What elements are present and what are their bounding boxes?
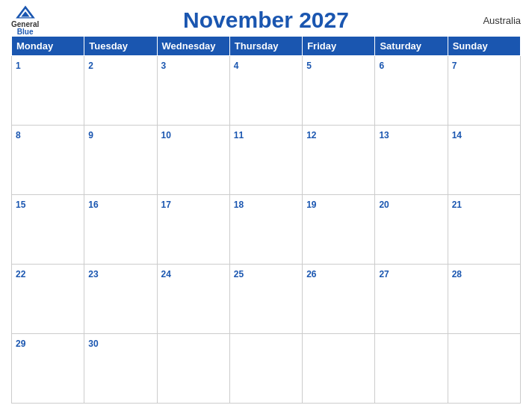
calendar-cell-w4-d1: 22 bbox=[12, 265, 84, 334]
calendar-cell-w3-d1: 15 bbox=[12, 195, 84, 265]
day-number-7: 7 bbox=[452, 61, 457, 71]
calendar-cell-w1-d3: 3 bbox=[157, 56, 229, 126]
day-number-6: 6 bbox=[379, 61, 384, 71]
day-number-27: 27 bbox=[379, 269, 389, 279]
calendar-week-5: 2930 bbox=[12, 334, 521, 404]
calendar-cell-w1-d4: 4 bbox=[229, 56, 302, 126]
day-number-11: 11 bbox=[234, 130, 244, 140]
logo-blue: Blue bbox=[17, 28, 34, 36]
calendar-cell-w2-d7: 14 bbox=[448, 126, 520, 195]
header-wednesday: Wednesday bbox=[157, 37, 229, 56]
day-number-23: 23 bbox=[88, 269, 98, 279]
calendar-cell-w4-d2: 23 bbox=[84, 265, 157, 334]
calendar-cell-w5-d5 bbox=[303, 334, 375, 404]
day-number-10: 10 bbox=[161, 130, 171, 140]
header-monday: Monday bbox=[12, 37, 84, 56]
day-number-24: 24 bbox=[161, 269, 171, 279]
day-number-16: 16 bbox=[88, 200, 98, 210]
calendar-cell-w2-d5: 12 bbox=[303, 126, 375, 195]
calendar-week-2: 891011121314 bbox=[12, 126, 521, 195]
general-blue-icon bbox=[14, 4, 37, 19]
day-number-25: 25 bbox=[234, 269, 244, 279]
calendar-cell-w1-d7: 7 bbox=[448, 56, 520, 126]
day-number-17: 17 bbox=[161, 200, 171, 210]
calendar-cell-w5-d1: 29 bbox=[12, 334, 84, 404]
day-number-26: 26 bbox=[306, 269, 316, 279]
day-number-5: 5 bbox=[306, 61, 312, 71]
day-number-8: 8 bbox=[16, 130, 21, 140]
day-number-19: 19 bbox=[306, 200, 316, 210]
calendar-cell-w4-d4: 25 bbox=[229, 265, 302, 334]
logo: General Blue bbox=[11, 4, 39, 36]
calendar-cell-w5-d6 bbox=[375, 334, 448, 404]
day-number-9: 9 bbox=[88, 130, 93, 140]
calendar-cell-w3-d4: 18 bbox=[229, 195, 302, 265]
day-number-30: 30 bbox=[88, 339, 98, 349]
calendar-cell-w1-d6: 6 bbox=[375, 56, 448, 126]
day-number-1: 1 bbox=[16, 61, 21, 71]
calendar-cell-w1-d1: 1 bbox=[12, 56, 84, 126]
calendar-cell-w1-d5: 5 bbox=[303, 56, 375, 126]
calendar-cell-w2-d1: 8 bbox=[12, 126, 84, 195]
day-number-13: 13 bbox=[379, 130, 389, 140]
header-sunday: Sunday bbox=[448, 37, 520, 56]
day-number-4: 4 bbox=[234, 61, 239, 71]
calendar-cell-w3-d2: 16 bbox=[84, 195, 157, 265]
calendar-cell-w2-d3: 10 bbox=[157, 126, 229, 195]
calendar-cell-w4-d5: 26 bbox=[303, 265, 375, 334]
day-number-12: 12 bbox=[306, 130, 316, 140]
calendar-week-3: 15161718192021 bbox=[12, 195, 521, 265]
weekday-header-row: Monday Tuesday Wednesday Thursday Friday… bbox=[12, 37, 521, 56]
day-number-21: 21 bbox=[452, 200, 462, 210]
day-number-2: 2 bbox=[88, 61, 93, 71]
page-title: November 2027 bbox=[183, 7, 349, 33]
calendar-cell-w4-d3: 24 bbox=[157, 265, 229, 334]
day-number-14: 14 bbox=[452, 130, 462, 140]
calendar-cell-w2-d6: 13 bbox=[375, 126, 448, 195]
day-number-15: 15 bbox=[16, 200, 25, 210]
calendar-cell-w5-d2: 30 bbox=[84, 334, 157, 404]
header-friday: Friday bbox=[303, 37, 375, 56]
calendar-cell-w5-d7 bbox=[448, 334, 520, 404]
calendar-week-1: 1234567 bbox=[12, 56, 521, 126]
calendar-cell-w2-d4: 11 bbox=[229, 126, 302, 195]
calendar-cell-w3-d7: 21 bbox=[448, 195, 520, 265]
calendar-header: General Blue November 2027 Australia bbox=[11, 7, 521, 33]
calendar-cell-w5-d4 bbox=[229, 334, 302, 404]
day-number-29: 29 bbox=[16, 339, 25, 349]
calendar-table: Monday Tuesday Wednesday Thursday Friday… bbox=[11, 36, 521, 404]
day-number-3: 3 bbox=[161, 61, 167, 71]
day-number-20: 20 bbox=[379, 200, 389, 210]
day-number-18: 18 bbox=[234, 200, 244, 210]
calendar-cell-w5-d3 bbox=[157, 334, 229, 404]
day-number-28: 28 bbox=[452, 269, 462, 279]
calendar-cell-w3-d6: 20 bbox=[375, 195, 448, 265]
calendar-week-4: 22232425262728 bbox=[12, 265, 521, 334]
day-number-22: 22 bbox=[16, 269, 25, 279]
calendar-cell-w1-d2: 2 bbox=[84, 56, 157, 126]
calendar-cell-w3-d5: 19 bbox=[303, 195, 375, 265]
header-tuesday: Tuesday bbox=[84, 37, 157, 56]
calendar-cell-w4-d6: 27 bbox=[375, 265, 448, 334]
calendar-cell-w3-d3: 17 bbox=[157, 195, 229, 265]
country-label: Australia bbox=[483, 15, 521, 26]
calendar-cell-w2-d2: 9 bbox=[84, 126, 157, 195]
calendar-cell-w4-d7: 28 bbox=[448, 265, 520, 334]
calendar-body: 1234567891011121314151617181920212223242… bbox=[12, 56, 521, 404]
header-thursday: Thursday bbox=[229, 37, 302, 56]
header-saturday: Saturday bbox=[375, 37, 448, 56]
